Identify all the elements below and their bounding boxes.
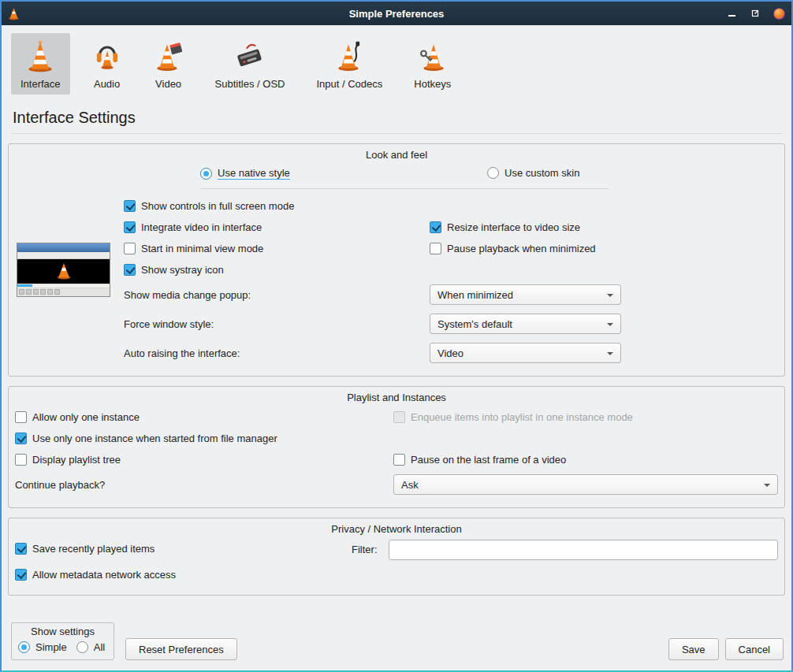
radio-label-simple: Simple — [35, 641, 67, 653]
tab-audio[interactable]: Audio — [83, 33, 132, 95]
checkbox-one-instance-file-manager[interactable]: Use only one instance when started from … — [15, 433, 277, 444]
radio-use-custom-skin[interactable]: Use custom skin — [487, 167, 579, 179]
footer-bar: Show settings Simple All Reset Preferenc… — [2, 622, 791, 670]
checkbox-allow-one-instance[interactable]: Allow only one instance — [15, 411, 140, 423]
radio-label-native: Use native style — [218, 167, 290, 180]
label-media-change-popup: Show media change popup: — [124, 289, 251, 301]
tab-label-subtitles: Subtitles / OSD — [215, 78, 285, 90]
checkbox-start-minimal-view[interactable]: Start in minimal view mode — [124, 243, 263, 254]
preview-video-area — [17, 259, 110, 284]
checkbox-indicator — [393, 454, 405, 466]
combobox-value: Ask — [401, 479, 419, 491]
radio-settings-all[interactable]: All — [76, 641, 105, 653]
checkbox-label: Show controls in full screen mode — [141, 200, 294, 212]
checkbox-show-controls-fullscreen[interactable]: Show controls in full screen mode — [124, 200, 294, 212]
combobox-value: When minimized — [437, 289, 513, 301]
checkbox-enqueue-one-instance: Enqueue items into playlist in one insta… — [393, 411, 633, 423]
tab-hotkeys[interactable]: Hotkeys — [404, 33, 460, 95]
checkbox-label: Use only one instance when started from … — [32, 433, 277, 444]
checkbox-indicator — [124, 200, 136, 212]
cancel-button[interactable]: Cancel — [725, 638, 784, 660]
radio-settings-simple[interactable]: Simple — [18, 641, 67, 653]
checkbox-indicator — [15, 433, 27, 444]
save-button[interactable]: Save — [668, 638, 719, 660]
headphones-icon — [92, 39, 122, 75]
checkbox-save-recent-items[interactable]: Save recently played items — [15, 543, 155, 555]
checkbox-indicator — [430, 243, 441, 254]
checkbox-label: Allow metadata network access — [32, 569, 176, 581]
checkbox-indicator — [15, 543, 27, 555]
look-and-feel-group: Look and feel Use native style Use custo… — [8, 143, 785, 377]
checkbox-indicator — [124, 243, 136, 254]
tab-interface[interactable]: Interface — [11, 33, 70, 95]
media-change-popup-combobox[interactable]: When minimized — [430, 284, 621, 305]
tab-label-input-codecs: Input / Codecs — [316, 78, 382, 90]
continue-playback-combobox[interactable]: Ask — [393, 474, 778, 495]
playlist-instances-title: Playlist and Instances — [15, 390, 778, 407]
checkbox-label: Display playlist tree — [32, 454, 121, 466]
checkbox-label: Enqueue items into playlist in one insta… — [411, 411, 633, 423]
checkbox-resize-interface[interactable]: Resize interface to video size — [430, 221, 580, 233]
vlc-logo-icon — [8, 7, 22, 20]
checkbox-indicator — [15, 569, 27, 581]
minimize-button[interactable] — [725, 7, 738, 20]
vlc-preview-image — [17, 243, 110, 297]
playlist-instances-group: Playlist and Instances Allow only one in… — [8, 386, 785, 508]
checkbox-indicator — [393, 411, 405, 423]
tab-label-hotkeys: Hotkeys — [414, 78, 451, 90]
checkbox-label: Integrate video in interface — [141, 221, 262, 233]
radio-indicator — [200, 168, 212, 180]
checkbox-label: Pause playback when minimized — [447, 243, 596, 254]
radio-label-all: All — [94, 641, 105, 653]
close-button[interactable] — [773, 7, 785, 20]
checkbox-allow-metadata-network[interactable]: Allow metadata network access — [15, 569, 176, 581]
checkbox-display-playlist-tree[interactable]: Display playlist tree — [15, 454, 121, 466]
reset-preferences-button[interactable]: Reset Preferences — [125, 638, 237, 660]
tab-input-codecs[interactable]: Input / Codecs — [307, 33, 392, 95]
checkbox-label: Pause on the last frame of a video — [411, 454, 566, 466]
checkbox-indicator — [15, 454, 27, 466]
checkbox-label: Start in minimal view mode — [141, 243, 263, 254]
preview-titlebar — [17, 243, 110, 252]
category-toolbar: Interface Audio Video Subtitles / OSD In… — [2, 25, 791, 99]
checkbox-label: Show systray icon — [141, 264, 224, 276]
minimize-icon — [728, 15, 735, 17]
show-settings-title: Show settings — [18, 626, 107, 641]
radio-indicator — [487, 167, 499, 179]
titlebar[interactable]: Simple Preferences — [2, 2, 791, 25]
checkbox-pause-when-minimized[interactable]: Pause playback when minimized — [430, 243, 596, 254]
checkbox-integrate-video[interactable]: Integrate video in interface — [124, 221, 262, 233]
preview-controls — [17, 288, 110, 296]
video-cone-icon — [154, 39, 184, 75]
checkbox-indicator — [15, 411, 27, 423]
checkbox-label: Resize interface to video size — [447, 221, 580, 233]
filter-label: Filter: — [352, 544, 378, 555]
maximize-button[interactable] — [749, 7, 761, 20]
look-and-feel-title: Look and feel — [15, 147, 778, 164]
main-content: Interface Settings — [2, 99, 791, 143]
tab-video[interactable]: Video — [144, 33, 193, 95]
chevron-down-icon — [764, 484, 770, 490]
radio-use-native-style[interactable]: Use native style — [200, 167, 290, 180]
preferences-window: Simple Preferences Interface Audio — [0, 0, 793, 672]
checkbox-indicator — [124, 221, 136, 233]
checkbox-indicator — [124, 264, 136, 276]
privacy-network-group: Privacy / Network Interaction Save recen… — [8, 518, 785, 596]
auto-raising-combobox[interactable]: Video — [430, 343, 621, 363]
label-force-window-style: Force window style: — [124, 318, 214, 330]
subtitles-icon — [235, 39, 265, 75]
tab-subtitles-osd[interactable]: Subtitles / OSD — [206, 33, 295, 95]
chevron-down-icon — [607, 352, 613, 358]
radio-separator — [200, 188, 609, 189]
checkbox-pause-last-frame[interactable]: Pause on the last frame of a video — [393, 454, 566, 466]
checkbox-show-systray-icon[interactable]: Show systray icon — [124, 264, 224, 276]
filter-input[interactable] — [389, 540, 779, 560]
window-style-combobox[interactable]: System's default — [430, 314, 621, 334]
radio-indicator — [76, 641, 88, 653]
tab-label-audio: Audio — [94, 78, 120, 90]
radio-indicator — [18, 641, 30, 653]
input-codecs-icon — [334, 39, 364, 75]
preview-menubar — [17, 252, 110, 259]
style-radio-row: Use native style Use custom skin — [15, 167, 778, 182]
combobox-value: Video — [437, 347, 464, 359]
